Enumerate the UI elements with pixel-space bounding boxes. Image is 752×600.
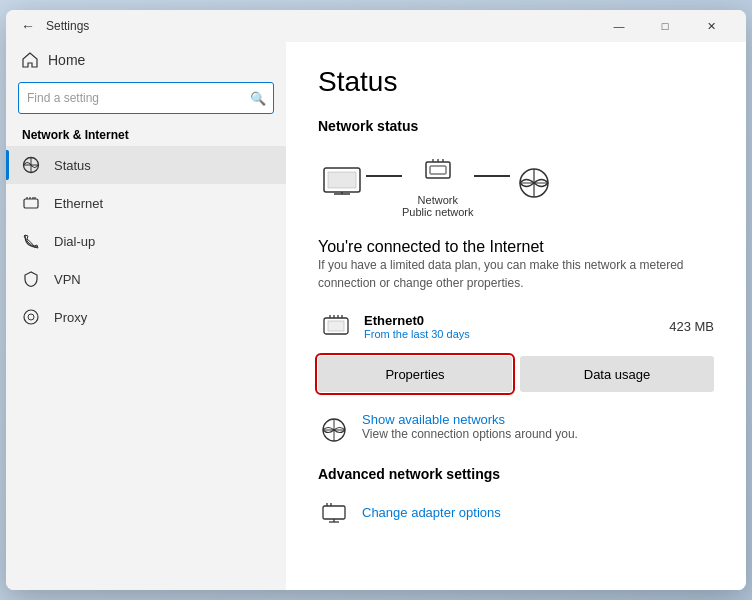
back-button[interactable]: ← (18, 16, 38, 36)
page-title: Status (318, 66, 714, 98)
adapter-info: Ethernet0 From the last 30 days (364, 313, 669, 340)
sidebar-item-home[interactable]: Home (6, 42, 286, 78)
sidebar-item-proxy[interactable]: Proxy (6, 298, 286, 336)
adapter-options-icon (318, 496, 350, 528)
settings-window: ← Settings — □ ✕ Home 🔍 (6, 10, 746, 590)
computer-icon (318, 164, 366, 204)
show-networks-title[interactable]: Show available networks (362, 412, 578, 427)
search-input[interactable] (18, 82, 274, 114)
sidebar-section-label: Network & Internet (6, 122, 286, 146)
show-networks-row[interactable]: Show available networks View the connect… (318, 412, 714, 446)
adapter-icon (318, 308, 354, 344)
network-label: Network Public network (402, 194, 474, 218)
properties-button[interactable]: Properties (318, 356, 512, 392)
data-usage-button[interactable]: Data usage (520, 356, 714, 392)
window-controls: — □ ✕ (596, 10, 734, 42)
svg-rect-31 (323, 506, 345, 519)
window-title: Settings (46, 19, 596, 33)
home-icon (22, 52, 38, 68)
adapter-size: 423 MB (669, 319, 714, 334)
home-label: Home (48, 52, 85, 68)
svg-rect-3 (24, 199, 38, 208)
adapter-row: Ethernet0 From the last 30 days 423 MB (318, 308, 714, 344)
adapter-buttons: Properties Data usage (318, 356, 714, 392)
change-adapter-label[interactable]: Change adapter options (362, 505, 501, 520)
minimize-button[interactable]: — (596, 10, 642, 42)
sidebar-vpn-label: VPN (54, 272, 81, 287)
advanced-section-title: Advanced network settings (318, 466, 714, 482)
line-1 (366, 175, 402, 177)
router-node: Network Public network (402, 150, 474, 218)
proxy-icon (22, 308, 42, 326)
adapter-name: Ethernet0 (364, 313, 669, 328)
dialup-icon (22, 232, 42, 250)
adapter-sub: From the last 30 days (364, 328, 669, 340)
sidebar-ethernet-label: Ethernet (54, 196, 103, 211)
network-diagram: Network Public network (318, 150, 714, 218)
sidebar-item-status[interactable]: Status (6, 146, 286, 184)
connected-title: You're connected to the Internet (318, 238, 714, 256)
sidebar-dialup-label: Dial-up (54, 234, 95, 249)
maximize-button[interactable]: □ (642, 10, 688, 42)
title-bar: ← Settings — □ ✕ (6, 10, 746, 42)
main-content: Status Network status (286, 42, 746, 590)
close-button[interactable]: ✕ (688, 10, 734, 42)
sidebar-proxy-label: Proxy (54, 310, 87, 325)
line-2 (474, 175, 510, 177)
router-icon (414, 150, 462, 190)
change-adapter-row[interactable]: Change adapter options (318, 496, 714, 528)
search-box: 🔍 (18, 82, 274, 114)
ethernet-icon (22, 194, 42, 212)
sidebar-status-label: Status (54, 158, 91, 173)
sidebar-item-dialup[interactable]: Dial-up (6, 222, 286, 260)
sidebar: Home 🔍 Network & Internet (6, 42, 286, 590)
internet-node (510, 164, 558, 204)
wifi-globe-icon (318, 414, 350, 446)
search-icon: 🔍 (250, 91, 266, 106)
computer-node (318, 164, 366, 204)
vpn-icon (22, 270, 42, 288)
sidebar-item-vpn[interactable]: VPN (6, 260, 286, 298)
svg-point-8 (24, 310, 38, 324)
show-networks-sub: View the connection options around you. (362, 427, 578, 441)
show-networks-text: Show available networks View the connect… (362, 412, 578, 441)
svg-point-9 (28, 314, 34, 320)
svg-rect-15 (430, 166, 446, 174)
content-area: Home 🔍 Network & Internet (6, 42, 746, 590)
status-icon (22, 156, 42, 174)
svg-rect-27 (328, 321, 344, 331)
globe-icon (510, 164, 558, 204)
svg-rect-13 (328, 172, 356, 188)
connected-desc: If you have a limited data plan, you can… (318, 256, 714, 292)
network-status-section-title: Network status (318, 118, 714, 134)
sidebar-item-ethernet[interactable]: Ethernet (6, 184, 286, 222)
